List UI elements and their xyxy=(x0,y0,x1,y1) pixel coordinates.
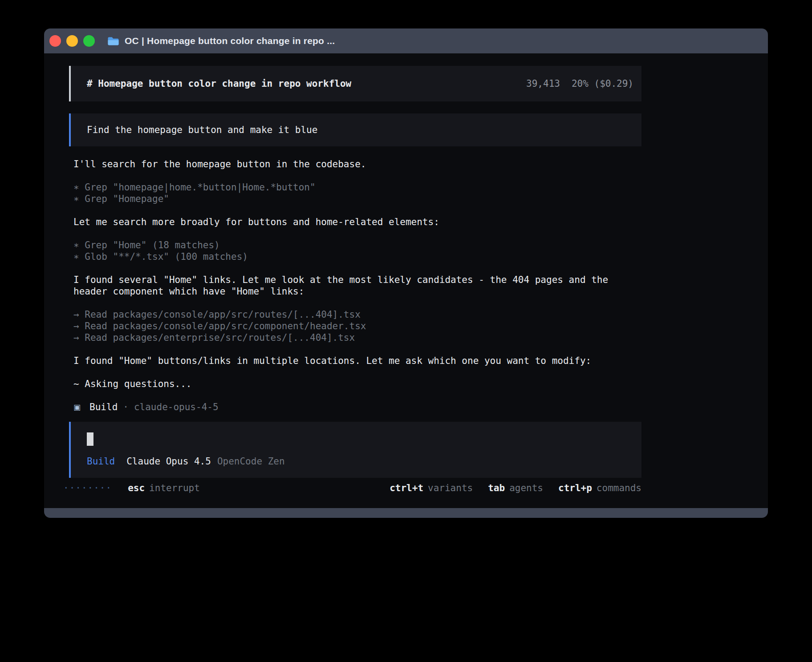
shortcut-key: esc xyxy=(128,483,145,493)
shortcut-key: tab xyxy=(488,483,505,493)
token-count: 39,413 xyxy=(526,78,560,89)
shortcut-label: agents xyxy=(509,483,543,493)
shortcut-label: variants xyxy=(428,483,473,493)
terminal-window: OC | Homepage button color change in rep… xyxy=(44,28,768,518)
shortcut-group-right: ctrl+tvariants tabagents ctrl+pcommands xyxy=(390,482,641,494)
shortcut-variants: ctrl+tvariants xyxy=(390,482,473,494)
zoom-button[interactable] xyxy=(83,35,95,47)
tool-call-group: → Read packages/console/app/src/routes/[… xyxy=(73,309,641,343)
folder-icon xyxy=(107,36,119,46)
shortcut-label: interrupt xyxy=(149,483,200,493)
agent-name: Build xyxy=(89,401,118,413)
agent-mode-label[interactable]: Build xyxy=(87,456,115,467)
tool-call-read: → Read packages/console/app/src/componen… xyxy=(73,320,641,332)
session-meta: 39,41320% ($0.29) xyxy=(526,78,633,89)
assistant-text: I found "Home" buttons/links in multiple… xyxy=(73,355,641,367)
assistant-text: I'll search for the homepage button in t… xyxy=(73,158,641,170)
window-controls xyxy=(49,35,95,47)
tool-call-read: → Read packages/enterprise/src/routes/[.… xyxy=(73,332,641,343)
tool-call-glob: ∗ Glob "**/*.tsx" (100 matches) xyxy=(73,251,641,262)
spinner-dots: ········ xyxy=(63,482,112,494)
session-title: # Homepage button color change in repo w… xyxy=(87,78,351,89)
model-label: Claude Opus 4.5 xyxy=(126,456,211,467)
provider-label: OpenCode Zen xyxy=(217,456,285,467)
agent-model: claude-opus-4-5 xyxy=(134,401,219,413)
shortcut-key: ctrl+t xyxy=(390,483,423,493)
agent-separator: · xyxy=(123,401,129,413)
tool-call-grep: ∗ Grep "Homepage" xyxy=(73,193,641,205)
tool-call-grep: ∗ Grep "homepage|home.*button|Home.*butt… xyxy=(73,182,641,193)
shortcut-commands: ctrl+pcommands xyxy=(558,482,641,494)
agent-status-line: ▣ Build · claude-opus-4-5 xyxy=(73,401,641,413)
tool-call-read: → Read packages/console/app/src/routes/[… xyxy=(73,309,641,320)
session-header: # Homepage button color change in repo w… xyxy=(69,66,641,101)
shortcut-interrupt: escinterrupt xyxy=(128,482,200,494)
tool-call-grep: ∗ Grep "Home" (18 matches) xyxy=(73,239,641,251)
status-bar: ········ escinterrupt ctrl+tvariants tab… xyxy=(69,481,641,495)
prompt-input[interactable]: Build Claude Opus 4.5 OpenCode Zen xyxy=(69,422,641,478)
agent-icon: ▣ xyxy=(73,401,81,413)
assistant-transcript: I'll search for the homepage button in t… xyxy=(73,158,641,413)
tool-call-group: ∗ Grep "Home" (18 matches) ∗ Glob "**/*.… xyxy=(73,239,641,262)
tool-call-group: ∗ Grep "homepage|home.*button|Home.*butt… xyxy=(73,182,641,205)
input-meta: Build Claude Opus 4.5 OpenCode Zen xyxy=(87,456,625,467)
window-title: OC | Homepage button color change in rep… xyxy=(125,36,335,46)
user-message: Find the homepage button and make it blu… xyxy=(69,113,641,146)
minimize-button[interactable] xyxy=(66,35,78,47)
context-usage: 20% ($0.29) xyxy=(572,78,633,89)
text-cursor xyxy=(87,432,93,446)
shortcut-agents: tabagents xyxy=(488,482,543,494)
terminal-content[interactable]: # Homepage button color change in repo w… xyxy=(44,53,768,508)
assistant-status-text: ~ Asking questions... xyxy=(73,378,641,390)
window-titlebar[interactable]: OC | Homepage button color change in rep… xyxy=(44,28,768,53)
shortcut-label: commands xyxy=(597,483,641,493)
user-message-text: Find the homepage button and make it blu… xyxy=(87,124,317,136)
assistant-text: Let me search more broadly for buttons a… xyxy=(73,216,641,228)
shortcut-key: ctrl+p xyxy=(558,483,592,493)
close-button[interactable] xyxy=(49,35,61,47)
assistant-text: I found several "Home" links. Let me loo… xyxy=(73,274,641,297)
